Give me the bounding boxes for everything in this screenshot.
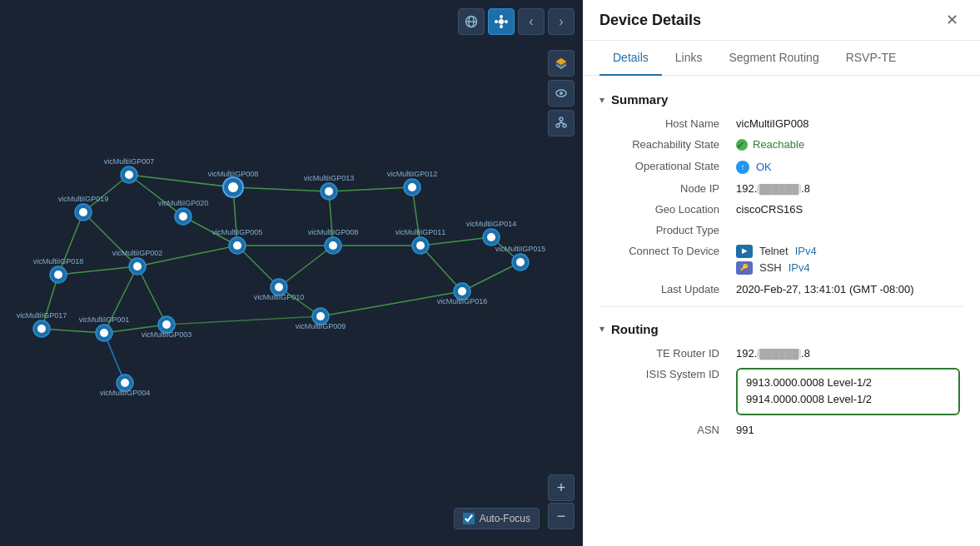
svg-point-44 [37, 325, 46, 333]
operational-state-value: ↑ OK [733, 156, 963, 178]
svg-point-89 [408, 183, 416, 191]
eye-btn[interactable] [548, 80, 575, 107]
svg-point-80 [458, 287, 466, 295]
table-row: ASN 991 [599, 419, 963, 440]
svg-point-86 [516, 258, 525, 266]
isis-line-1: 9913.0000.0008 Level-1/2 [746, 375, 950, 392]
zoom-out-btn[interactable]: − [548, 503, 575, 529]
ssh-ipv4-link[interactable]: IPv4 [788, 261, 810, 274]
globe-icon-btn[interactable] [458, 8, 485, 35]
svg-point-105 [560, 117, 563, 121]
node-ip-label: Node IP [599, 178, 733, 199]
svg-point-38 [79, 208, 87, 216]
layers-btn[interactable] [548, 50, 575, 77]
last-update-value: 2020-Feb-27, 13:41:01 (GMT -08:00) [733, 279, 963, 300]
svg-point-68 [329, 241, 337, 250]
svg-point-97 [495, 20, 498, 23]
svg-point-74 [275, 283, 283, 291]
table-row: Host Name vicMultiIGP008 [599, 113, 963, 134]
reachability-state-label: Reachability State [599, 134, 733, 156]
svg-text:vicMultiIGP007: vicMultiIGP007 [104, 157, 155, 166]
operational-state-label: Operational State [599, 156, 733, 178]
routing-table: TE Router ID 192.██████.8 ISIS System ID… [599, 343, 963, 441]
close-button[interactable]: ✕ [940, 8, 963, 32]
ssh-icon: 🔑 [736, 261, 753, 275]
svg-point-47 [133, 262, 142, 271]
left-chevron-btn[interactable]: ‹ [518, 8, 545, 35]
details-title: Device Details [599, 12, 701, 29]
svg-point-104 [560, 92, 563, 95]
telnet-icon: ▶ [736, 245, 753, 258]
product-type-label: Product Type [599, 220, 733, 241]
map-panel: vicMultiIGP008 vicMultiIGP007 vicMultiIG… [0, 0, 583, 546]
te-router-id-value: 192.██████.8 [733, 343, 963, 364]
svg-point-35 [125, 171, 133, 179]
svg-point-106 [556, 124, 560, 127]
isis-system-id-value: 9913.0000.0008 Level-1/2 9914.0000.0008 … [733, 364, 963, 420]
telnet-ipv4-link[interactable]: IPv4 [795, 245, 817, 257]
reachable-status: ✔ Reachable [736, 138, 804, 151]
svg-text:vicMultiIGP016: vicMultiIGP016 [437, 297, 488, 305]
reachability-state-value: ✔ Reachable [733, 134, 963, 156]
svg-point-71 [416, 241, 425, 250]
table-row: TE Router ID 192.██████.8 [599, 343, 963, 364]
auto-focus-checkbox[interactable] [463, 513, 475, 524]
svg-text:vicMultiIGP004: vicMultiIGP004 [100, 389, 151, 397]
tab-links[interactable]: Links [662, 41, 716, 76]
details-header: Device Details ✕ [583, 0, 980, 41]
svg-text:vicMultiIGP015: vicMultiIGP015 [495, 245, 546, 253]
table-row: Connect To Device ▶ Telnet IPv4 🔑 SSH IP… [599, 241, 963, 279]
tree-btn[interactable] [548, 110, 575, 136]
zoom-in-btn[interactable]: + [548, 474, 575, 501]
svg-text:vicMultiIGP008: vicMultiIGP008 [308, 228, 359, 236]
isis-system-id-label: ISIS System ID [599, 364, 733, 420]
svg-point-59 [179, 212, 187, 221]
network-graph: vicMultiIGP008 vicMultiIGP007 vicMultiIG… [0, 0, 583, 546]
svg-text:vicMultiIGP009: vicMultiIGP009 [296, 322, 346, 330]
connect-item-ssh: 🔑 SSH IPv4 [736, 261, 960, 275]
routing-section-header[interactable]: ▾ Routing [599, 314, 963, 343]
auto-focus-label: Auto-Focus [480, 513, 530, 524]
svg-text:vicMultiIGP020: vicMultiIGP020 [158, 199, 209, 207]
details-body: ▾ Summary Host Name vicMultiIGP008 Reach… [583, 76, 980, 546]
table-row: Geo Location ciscoCRS16S [599, 199, 963, 220]
connect-row: ▶ Telnet IPv4 🔑 SSH IPv4 [736, 245, 960, 275]
table-row: Reachability State ✔ Reachable [599, 134, 963, 156]
svg-text:vicMultiIGP008: vicMultiIGP008 [208, 170, 259, 178]
svg-line-109 [558, 122, 561, 124]
isis-highlight-box: 9913.0000.0008 Level-1/2 9914.0000.0008 … [736, 368, 960, 416]
table-row: Last Update 2020-Feb-27, 13:41:01 (GMT -… [599, 279, 963, 300]
telnet-label: Telnet [759, 245, 788, 257]
asn-label: ASN [599, 419, 733, 440]
summary-chevron: ▾ [599, 94, 604, 106]
svg-point-65 [325, 187, 333, 196]
summary-table: Host Name vicMultiIGP008 Reachability St… [599, 113, 963, 300]
table-row: ISIS System ID 9913.0000.0008 Level-1/2 … [599, 364, 963, 420]
tab-details[interactable]: Details [599, 41, 662, 76]
ok-status: ↑ OK [736, 161, 772, 174]
svg-text:vicMultiIGP010: vicMultiIGP010 [254, 293, 305, 301]
ssh-label: SSH [759, 261, 782, 274]
geo-location-value: ciscoCRS16S [733, 199, 963, 220]
svg-text:vicMultiIGP002: vicMultiIGP002 [112, 249, 163, 257]
host-name-value: vicMultiIGP008 [733, 113, 963, 134]
svg-point-96 [505, 20, 508, 23]
topology-icon-btn[interactable] [488, 8, 515, 35]
last-update-label: Last Update [599, 279, 733, 300]
tab-segment-routing[interactable]: Segment Routing [715, 41, 832, 76]
svg-point-94 [499, 19, 504, 24]
svg-point-98 [500, 25, 503, 28]
svg-point-50 [100, 329, 108, 337]
product-type-value [733, 220, 963, 241]
te-router-id-label: TE Router ID [599, 343, 733, 364]
right-chevron-btn[interactable]: › [548, 8, 575, 35]
svg-text:vicMultiIGP012: vicMultiIGP012 [387, 170, 438, 178]
svg-point-107 [563, 124, 566, 127]
ok-text: OK [756, 161, 772, 173]
tab-rsvp-te[interactable]: RSVP-TE [833, 41, 910, 76]
svg-point-83 [487, 233, 495, 241]
table-row: Operational State ↑ OK [599, 156, 963, 178]
svg-text:vicMultiIGP003: vicMultiIGP003 [142, 330, 192, 339]
summary-section-header[interactable]: ▾ Summary [599, 84, 963, 113]
svg-rect-0 [0, 0, 583, 546]
